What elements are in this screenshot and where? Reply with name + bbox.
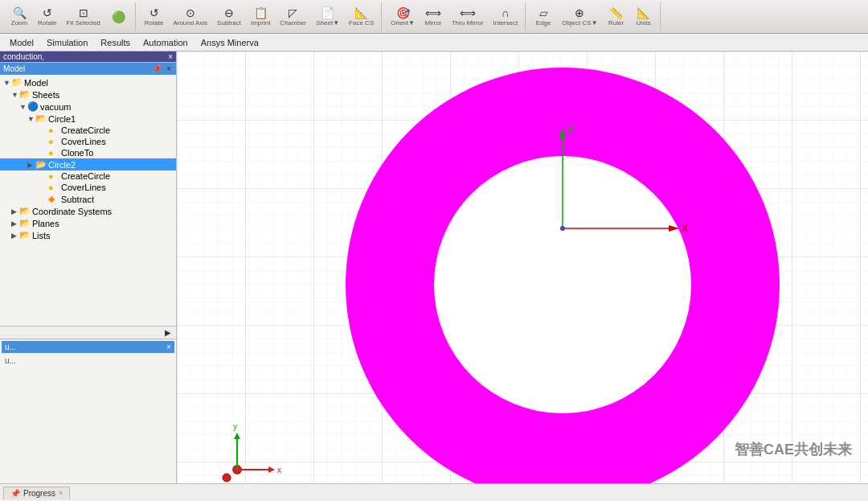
subtract-toolbar-label: Subtract bbox=[217, 19, 241, 27]
tree-icon-planes: 📂 bbox=[19, 218, 31, 228]
tree-icon-sheets: 📂 bbox=[19, 89, 31, 100]
rotate-button[interactable]: ↺ Rotate bbox=[34, 4, 61, 30]
tree-icon-cloneto: ● bbox=[48, 148, 59, 158]
green-button[interactable]: 🟢 bbox=[106, 4, 132, 30]
orient-icon: 🎯 bbox=[396, 7, 410, 18]
x-axis-label: X bbox=[682, 223, 688, 234]
tree-label-createcircle1: CreateCircle bbox=[61, 125, 110, 135]
menu-ansys-minerva[interactable]: Ansys Minerva bbox=[194, 36, 265, 49]
model-panel-header: Model 📌 × bbox=[0, 63, 176, 75]
around-axis-label: Around Axis bbox=[173, 19, 207, 27]
tree-icon-coverlines2: ● bbox=[48, 183, 59, 192]
top-mini-close[interactable]: × bbox=[168, 52, 173, 61]
menu-results[interactable]: Results bbox=[94, 36, 137, 49]
tree-label-model: Model bbox=[24, 78, 48, 88]
tree-label-cloneto: CloneTo bbox=[61, 148, 93, 158]
origin-dot bbox=[560, 226, 565, 231]
tree-label-createcircle2: CreateCircle bbox=[61, 171, 110, 181]
tree-node-planes[interactable]: ▶ 📂 Planes bbox=[0, 217, 176, 229]
toolbar-zoom-group: 🔍 Zoom ↺ Rotate ⊡ Fit Selected 🟢 bbox=[3, 2, 136, 31]
edge-label: Edge bbox=[536, 19, 551, 27]
tree-arrow-circle1: ▼ bbox=[27, 115, 35, 123]
face-cs-button[interactable]: 📐 Face CS bbox=[345, 4, 378, 30]
tree-node-subtract[interactable]: ◆ Subtract bbox=[0, 193, 176, 205]
triad-x-label: x bbox=[277, 466, 281, 474]
tree-node-cloneto[interactable]: ● CloneTo bbox=[0, 147, 176, 158]
object-cs-label: Object CS▼ bbox=[562, 19, 597, 27]
statusbar: 📌 Progress × bbox=[0, 483, 868, 501]
intersect-button[interactable]: ∩ Intersect bbox=[489, 4, 522, 30]
zoom-label: Zoom bbox=[11, 19, 27, 27]
triad-z-label: z bbox=[223, 483, 227, 483]
progress-close-icon[interactable]: × bbox=[59, 489, 63, 497]
sheet-label: Sheet▼ bbox=[316, 19, 339, 27]
panel-collapse-button[interactable]: ▶ bbox=[163, 328, 173, 337]
mirror-button[interactable]: ⟺ Mirror bbox=[420, 4, 446, 30]
triad-y-label: y bbox=[233, 422, 237, 431]
imprint-label: Imprint bbox=[251, 19, 270, 27]
tree-icon-lists: 📂 bbox=[19, 230, 31, 240]
tree-node-coverlines1[interactable]: ● CoverLines bbox=[0, 136, 176, 147]
menu-automation[interactable]: Automation bbox=[137, 36, 194, 49]
units-label: Units bbox=[636, 19, 650, 27]
top-mini-title: conduction, bbox=[3, 52, 44, 61]
thru-mirror-label: Thru Mirror bbox=[452, 19, 484, 27]
units-button[interactable]: 📐 Units bbox=[631, 4, 657, 30]
sheet-button[interactable]: 📄 Sheet▼ bbox=[312, 4, 343, 30]
intersect-label: Intersect bbox=[493, 19, 518, 27]
tree-label-sheets: Sheets bbox=[32, 90, 59, 100]
viewport[interactable]: Y X x y z 0 10 20 (mm bbox=[177, 51, 868, 483]
tree-arrow-coordinate-systems: ▶ bbox=[11, 207, 19, 216]
tree-node-coordinate-systems[interactable]: ▶ 📂 Coordinate Systems bbox=[0, 205, 176, 217]
tree-icon-subtract: ◆ bbox=[48, 194, 59, 204]
subtract-toolbar-button[interactable]: ⊖ Subtract bbox=[213, 4, 245, 30]
imprint-icon: 📋 bbox=[254, 7, 268, 18]
mini-panel-close[interactable]: × bbox=[166, 343, 171, 351]
tree-label-coordinate-systems: Coordinate Systems bbox=[32, 207, 112, 216]
menu-simulation[interactable]: Simulation bbox=[40, 36, 94, 49]
tree-node-sheets[interactable]: ▼ 📂 Sheets bbox=[0, 88, 176, 101]
progress-pin-icon: 📌 bbox=[10, 489, 20, 498]
tree-label-vacuum: vacuum bbox=[40, 102, 72, 112]
rotate-label: Rotate bbox=[38, 19, 57, 27]
progress-tab[interactable]: 📌 Progress × bbox=[3, 487, 70, 499]
object-cs-button[interactable]: ⊕ Object CS▼ bbox=[558, 4, 601, 30]
rotate2-button[interactable]: ↺ Rotate bbox=[141, 4, 168, 30]
zoom-button[interactable]: 🔍 Zoom bbox=[6, 4, 32, 30]
tree-arrow-lists: ▶ bbox=[11, 232, 19, 240]
tree-arrow-sheets: ▼ bbox=[11, 91, 19, 99]
tree-node-createcircle2[interactable]: ● CreateCircle bbox=[0, 170, 176, 182]
y-axis-label: Y bbox=[567, 125, 574, 136]
tree-node-circle2[interactable]: ▶ 📂 Circle2 bbox=[0, 158, 176, 170]
fit-selected-button[interactable]: ⊡ Fit Selected bbox=[63, 4, 104, 30]
ruler-button[interactable]: 📏 Ruler bbox=[604, 4, 629, 30]
around-axis-button[interactable]: ⊙ Around Axis bbox=[169, 4, 211, 30]
tree-label-coverlines2: CoverLines bbox=[61, 183, 106, 192]
tree-arrow-model: ▼ bbox=[3, 79, 11, 87]
menubar: Model Simulation Results Automation Ansy… bbox=[0, 34, 868, 51]
imprint-button[interactable]: 📋 Imprint bbox=[247, 4, 274, 30]
tree-node-circle1[interactable]: ▼ 📂 Circle1 bbox=[0, 113, 176, 125]
tree-node-coverlines2[interactable]: ● CoverLines bbox=[0, 182, 176, 193]
panel-pin-button[interactable]: 📌 bbox=[150, 64, 163, 73]
intersect-icon: ∩ bbox=[502, 7, 510, 18]
edge-button[interactable]: ▱ Edge bbox=[530, 4, 556, 30]
panel-close-button[interactable]: × bbox=[165, 64, 173, 73]
ruler-icon: 📏 bbox=[609, 7, 623, 18]
tree-node-lists[interactable]: ▶ 📂 Lists bbox=[0, 229, 176, 241]
units-icon: 📐 bbox=[637, 7, 650, 18]
face-cs-label: Face CS bbox=[349, 19, 374, 27]
tree-node-vacuum[interactable]: ▼ 🔵 vacuum bbox=[0, 101, 176, 113]
thru-mirror-button[interactable]: ⟺ Thru Mirror bbox=[448, 4, 488, 30]
tree-node-model[interactable]: ▼ 📁 Model bbox=[0, 76, 176, 88]
tree-icon-vacuum: 🔵 bbox=[27, 101, 39, 112]
thru-mirror-icon: ⟺ bbox=[460, 7, 476, 18]
chamber-button[interactable]: ◸ Chamber bbox=[276, 4, 310, 30]
tree-node-createcircle1[interactable]: ● CreateCircle bbox=[0, 125, 176, 136]
menu-model[interactable]: Model bbox=[3, 36, 40, 49]
tree-label-circle2: Circle2 bbox=[48, 160, 76, 170]
orient-button[interactable]: 🎯 Orient▼ bbox=[387, 4, 419, 30]
mirror-label: Mirror bbox=[424, 19, 441, 27]
toolbar-orient-group: 🎯 Orient▼ ⟺ Mirror ⟺ Thru Mirror ∩ Inter… bbox=[383, 2, 526, 31]
toolbar-ops-group: ↺ Rotate ⊙ Around Axis ⊖ Subtract 📋 Impr… bbox=[137, 2, 382, 31]
